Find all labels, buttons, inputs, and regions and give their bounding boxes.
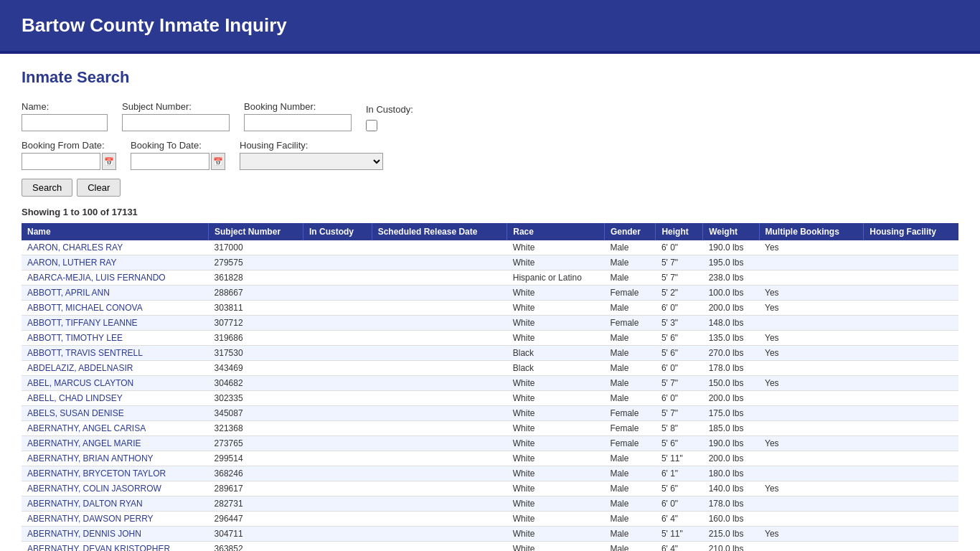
table-row: ABERNATHY, DEVAN KRISTOPHER363852WhiteMa… bbox=[22, 542, 958, 552]
table-row: ABERNATHY, BRIAN ANTHONY299514WhiteMale5… bbox=[22, 451, 958, 466]
inmate-link[interactable]: ABERNATHY, DEVAN KRISTOPHER bbox=[27, 544, 170, 551]
name-input[interactable] bbox=[22, 114, 108, 131]
booking-from-wrapper: 📅 bbox=[22, 153, 116, 170]
table-row: ABEL, MARCUS CLAYTON304682WhiteMale5' 7"… bbox=[22, 376, 958, 391]
inmate-link[interactable]: ABELL, CHAD LINDSEY bbox=[27, 393, 123, 403]
booking-input[interactable] bbox=[244, 114, 352, 131]
table-col-height: Height bbox=[656, 223, 703, 240]
inmate-link[interactable]: ABELS, SUSAN DENISE bbox=[27, 408, 124, 418]
table-row: ABERNATHY, DAWSON PERRY296447WhiteMale6'… bbox=[22, 512, 958, 527]
table-row: ABELS, SUSAN DENISE345087WhiteFemale5' 7… bbox=[22, 406, 958, 421]
table-col-multiple-bookings: Multiple Bookings bbox=[759, 223, 864, 240]
table-col-gender: Gender bbox=[604, 223, 655, 240]
housing-select[interactable] bbox=[240, 153, 383, 170]
button-row: Search Clear bbox=[22, 179, 958, 197]
inmate-link[interactable]: ABERNATHY, DENNIS JOHN bbox=[27, 529, 141, 539]
table-col-name: Name bbox=[22, 223, 209, 240]
inmate-link[interactable]: ABBOTT, TIMOTHY LEE bbox=[27, 333, 123, 343]
table-row: ABBOTT, APRIL ANN288667WhiteFemale5' 2"1… bbox=[22, 286, 958, 301]
booking-to-input[interactable] bbox=[131, 153, 209, 170]
inmate-link[interactable]: ABBOTT, TRAVIS SENTRELL bbox=[27, 348, 143, 358]
site-header: Bartow County Inmate Inquiry bbox=[0, 0, 980, 54]
in-custody-group: In Custody: bbox=[366, 104, 413, 131]
search-form-row2: Booking From Date: 📅 Booking To Date: 📅 … bbox=[22, 140, 958, 170]
table-col-race: Race bbox=[507, 223, 605, 240]
inmate-link[interactable]: ABERNATHY, DALTON RYAN bbox=[27, 499, 143, 509]
table-header: NameSubject NumberIn CustodyScheduled Re… bbox=[22, 223, 958, 240]
inmate-link[interactable]: ABBOTT, MICHAEL CONOVA bbox=[27, 303, 143, 313]
total-count: 17131 bbox=[112, 207, 138, 217]
housing-group: Housing Facility: bbox=[240, 140, 383, 170]
in-custody-checkbox[interactable] bbox=[366, 120, 377, 131]
booking-to-group: Booking To Date: 📅 bbox=[131, 140, 225, 170]
subject-group: Subject Number: bbox=[122, 101, 230, 131]
table-col-in-custody: In Custody bbox=[303, 223, 372, 240]
inmate-link[interactable]: ABERNATHY, BRYCETON TAYLOR bbox=[27, 468, 166, 479]
search-button[interactable]: Search bbox=[22, 179, 72, 197]
booking-from-calendar-button[interactable]: 📅 bbox=[102, 153, 116, 170]
table-row: ABBOTT, TIFFANY LEANNE307712WhiteFemale5… bbox=[22, 316, 958, 331]
table-row: ABERNATHY, ANGEL MARIE273765WhiteFemale5… bbox=[22, 436, 958, 451]
table-row: ABELL, CHAD LINDSEY302335WhiteMale6' 0"2… bbox=[22, 391, 958, 406]
table-row: ABERNATHY, DALTON RYAN282731WhiteMale6' … bbox=[22, 496, 958, 512]
booking-to-wrapper: 📅 bbox=[131, 153, 225, 170]
inmate-link[interactable]: ABDELAZIZ, ABDELNASIR bbox=[27, 363, 133, 373]
table-col-housing-facility: Housing Facility bbox=[864, 223, 958, 240]
table-row: AARON, LUTHER RAY279575WhiteMale5' 7"195… bbox=[22, 255, 958, 270]
inmate-link[interactable]: AARON, CHARLES RAY bbox=[27, 242, 123, 253]
table-row: ABERNATHY, DENNIS JOHN304711WhiteMale5' … bbox=[22, 527, 958, 542]
booking-to-label: Booking To Date: bbox=[131, 140, 225, 151]
inmate-link[interactable]: ABERNATHY, COLIN JASORROW bbox=[27, 484, 161, 494]
booking-from-group: Booking From Date: 📅 bbox=[22, 140, 116, 170]
in-custody-label: In Custody: bbox=[366, 104, 413, 115]
table-col-subject-number: Subject Number bbox=[209, 223, 303, 240]
table-row: AARON, CHARLES RAY317000WhiteMale6' 0"19… bbox=[22, 240, 958, 255]
site-title: Bartow County Inmate Inquiry bbox=[22, 14, 958, 37]
inmate-link[interactable]: ABERNATHY, BRIAN ANTHONY bbox=[27, 453, 154, 463]
booking-from-input[interactable] bbox=[22, 153, 100, 170]
table-row: ABERNATHY, BRYCETON TAYLOR368246WhiteMal… bbox=[22, 466, 958, 481]
table-row: ABBOTT, TIMOTHY LEE319686WhiteMale5' 6"1… bbox=[22, 331, 958, 346]
showing-prefix: Showing 1 to 100 of bbox=[22, 207, 112, 217]
inmate-link[interactable]: ABERNATHY, ANGEL CARISA bbox=[27, 423, 146, 433]
results-count: Showing 1 to 100 of 17131 bbox=[22, 207, 958, 217]
inmate-link[interactable]: ABEL, MARCUS CLAYTON bbox=[27, 378, 133, 388]
table-row: ABERNATHY, COLIN JASORROW289617WhiteMale… bbox=[22, 481, 958, 496]
inmate-link[interactable]: ABERNATHY, ANGEL MARIE bbox=[27, 438, 141, 448]
table-row: ABBOTT, MICHAEL CONOVA303811WhiteMale6' … bbox=[22, 301, 958, 316]
subject-input[interactable] bbox=[122, 114, 230, 131]
table-col-scheduled-release-date: Scheduled Release Date bbox=[372, 223, 507, 240]
booking-group: Booking Number: bbox=[244, 101, 352, 131]
table-row: ABDELAZIZ, ABDELNASIR343469BlackMale6' 0… bbox=[22, 361, 958, 376]
table-row: ABBOTT, TRAVIS SENTRELL317530BlackMale5'… bbox=[22, 346, 958, 361]
page-title: Inmate Search bbox=[22, 68, 958, 87]
name-label: Name: bbox=[22, 101, 108, 112]
inmate-link[interactable]: ABERNATHY, DAWSON PERRY bbox=[27, 514, 154, 524]
housing-label: Housing Facility: bbox=[240, 140, 383, 151]
main-content: Inmate Search Name: Subject Number: Book… bbox=[0, 54, 980, 551]
table-col-weight: Weight bbox=[703, 223, 759, 240]
inmate-link[interactable]: AARON, LUTHER RAY bbox=[27, 258, 116, 268]
search-form-row1: Name: Subject Number: Booking Number: In… bbox=[22, 101, 958, 131]
clear-button[interactable]: Clear bbox=[77, 179, 121, 197]
table-header-row: NameSubject NumberIn CustodyScheduled Re… bbox=[22, 223, 958, 240]
table-row: ABARCA-MEJIA, LUIS FERNANDO361828Hispani… bbox=[22, 270, 958, 286]
booking-label: Booking Number: bbox=[244, 101, 352, 112]
name-group: Name: bbox=[22, 101, 108, 131]
results-table: NameSubject NumberIn CustodyScheduled Re… bbox=[22, 223, 958, 551]
table-row: ABERNATHY, ANGEL CARISA321368WhiteFemale… bbox=[22, 421, 958, 436]
booking-from-label: Booking From Date: bbox=[22, 140, 116, 151]
inmate-link[interactable]: ABBOTT, TIFFANY LEANNE bbox=[27, 318, 138, 328]
subject-label: Subject Number: bbox=[122, 101, 230, 112]
booking-to-calendar-button[interactable]: 📅 bbox=[211, 153, 225, 170]
table-body: AARON, CHARLES RAY317000WhiteMale6' 0"19… bbox=[22, 240, 958, 551]
inmate-link[interactable]: ABBOTT, APRIL ANN bbox=[27, 288, 110, 298]
inmate-link[interactable]: ABARCA-MEJIA, LUIS FERNANDO bbox=[27, 273, 166, 283]
